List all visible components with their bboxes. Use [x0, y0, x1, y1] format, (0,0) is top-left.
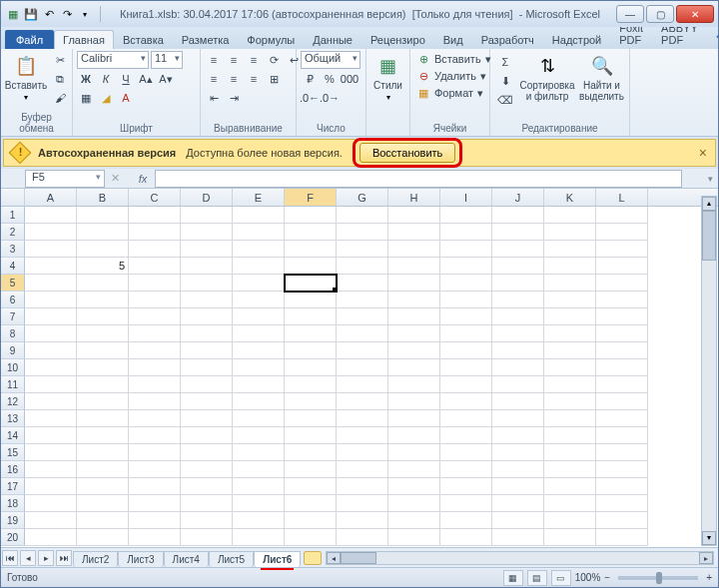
bold-button[interactable]: Ж — [77, 70, 95, 88]
cell[interactable] — [77, 292, 129, 308]
cell[interactable] — [544, 461, 596, 478]
cell[interactable] — [181, 258, 233, 275]
cell[interactable] — [129, 495, 181, 512]
cell[interactable] — [544, 207, 596, 224]
cell[interactable] — [440, 258, 492, 275]
scroll-up-icon[interactable]: ▴ — [702, 197, 716, 211]
cell[interactable] — [440, 393, 492, 410]
cell[interactable] — [285, 359, 337, 376]
decrease-decimal-icon[interactable]: .0→ — [321, 89, 339, 107]
zoom-slider[interactable] — [618, 576, 698, 580]
cell[interactable] — [77, 512, 129, 529]
cell[interactable] — [544, 292, 596, 308]
cell[interactable] — [492, 444, 544, 461]
align-bottom-icon[interactable]: ≡ — [245, 51, 263, 69]
tab-addins[interactable]: Надстрой — [543, 30, 610, 49]
cell[interactable] — [129, 342, 181, 359]
cell[interactable] — [440, 224, 492, 241]
cell[interactable] — [233, 325, 285, 342]
cell[interactable] — [25, 325, 77, 342]
sheet-tab[interactable]: Лист6 — [254, 551, 301, 567]
font-color-icon[interactable]: A — [117, 89, 135, 107]
copy-icon[interactable]: ⧉ — [51, 70, 69, 88]
font-name-combo[interactable]: Calibri — [77, 51, 149, 69]
cell[interactable] — [129, 275, 181, 292]
cell[interactable] — [337, 342, 388, 359]
tab-layout[interactable]: Разметка — [173, 30, 239, 49]
row-header[interactable]: 9 — [1, 342, 25, 359]
cell[interactable] — [544, 224, 596, 241]
cell[interactable] — [181, 461, 233, 478]
formula-input[interactable] — [155, 170, 682, 188]
cell[interactable] — [388, 393, 440, 410]
close-button[interactable]: ✕ — [676, 5, 714, 23]
cell[interactable] — [25, 207, 77, 224]
cell[interactable] — [25, 342, 77, 359]
cell[interactable] — [544, 342, 596, 359]
row-header[interactable]: 16 — [1, 461, 25, 478]
cell[interactable] — [77, 478, 129, 495]
sheet-nav-next-icon[interactable]: ▸ — [38, 550, 54, 566]
cell[interactable] — [129, 258, 181, 275]
paste-button[interactable]: 📋 Вставить ▾ — [5, 51, 47, 102]
percent-icon[interactable]: % — [321, 70, 339, 88]
expand-fx-icon[interactable]: ▾ — [702, 174, 718, 184]
column-header[interactable]: H — [388, 189, 440, 206]
cell[interactable] — [492, 308, 544, 325]
merge-icon[interactable]: ⊞ — [265, 70, 283, 88]
cell[interactable] — [544, 478, 596, 495]
cell[interactable] — [25, 275, 77, 292]
cell[interactable] — [233, 376, 285, 393]
page-layout-view-icon[interactable]: ▤ — [527, 570, 547, 586]
cell[interactable] — [440, 427, 492, 444]
cell[interactable] — [337, 308, 388, 325]
cell[interactable] — [544, 275, 596, 292]
cell[interactable] — [388, 224, 440, 241]
scroll-thumb[interactable] — [702, 211, 716, 261]
cell[interactable] — [77, 529, 129, 546]
decrease-indent-icon[interactable]: ⇤ — [205, 89, 223, 107]
tab-data[interactable]: Данные — [304, 30, 361, 49]
cell[interactable] — [181, 410, 233, 427]
cell[interactable] — [285, 444, 337, 461]
align-top-icon[interactable]: ≡ — [205, 51, 223, 69]
cell[interactable] — [337, 427, 388, 444]
cell[interactable] — [129, 224, 181, 241]
cell[interactable] — [129, 444, 181, 461]
cell[interactable] — [129, 207, 181, 224]
ribbon-minimize-icon[interactable]: ⌃ — [707, 29, 719, 49]
column-header[interactable]: J — [492, 189, 544, 206]
redo-icon[interactable]: ↷ — [59, 6, 75, 22]
zoom-out-icon[interactable]: − — [604, 572, 610, 583]
cell[interactable] — [544, 241, 596, 258]
cell[interactable] — [388, 410, 440, 427]
cell[interactable] — [77, 393, 129, 410]
cell[interactable] — [596, 495, 648, 512]
find-select-button[interactable]: 🔍 Найти и выделить — [578, 51, 625, 102]
cell[interactable] — [25, 495, 77, 512]
row-header[interactable]: 15 — [1, 444, 25, 461]
cell[interactable] — [285, 461, 337, 478]
cell[interactable] — [440, 292, 492, 308]
fill-color-icon[interactable]: ◢ — [97, 89, 115, 107]
cell[interactable] — [337, 258, 388, 275]
italic-button[interactable]: К — [97, 70, 115, 88]
sort-filter-button[interactable]: ⇅ Сортировка и фильтр — [520, 51, 574, 102]
cell[interactable] — [492, 207, 544, 224]
cell[interactable] — [181, 224, 233, 241]
cell[interactable] — [388, 427, 440, 444]
cell[interactable] — [388, 325, 440, 342]
cell[interactable] — [544, 308, 596, 325]
cell[interactable] — [77, 241, 129, 258]
cell[interactable] — [440, 444, 492, 461]
cell[interactable] — [388, 258, 440, 275]
cell[interactable] — [77, 444, 129, 461]
cell[interactable] — [388, 461, 440, 478]
cell[interactable] — [544, 495, 596, 512]
fx-icon[interactable]: fx — [131, 173, 155, 185]
row-header[interactable]: 18 — [1, 495, 25, 512]
cell[interactable] — [285, 292, 337, 308]
cell[interactable] — [388, 495, 440, 512]
cell[interactable] — [492, 512, 544, 529]
cell[interactable] — [285, 258, 337, 275]
